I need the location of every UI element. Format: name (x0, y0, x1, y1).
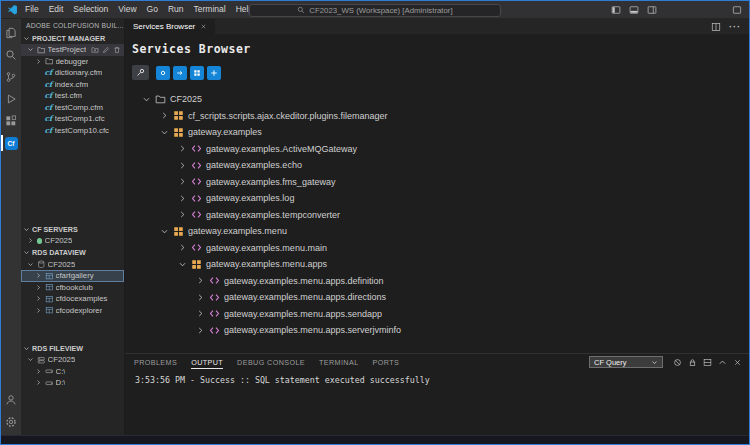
customize-layout-icon[interactable] (732, 5, 742, 15)
panel-tab-output[interactable]: OUTPUT (184, 354, 230, 370)
service-tree-label: gateway.examples.menu.apps (206, 259, 327, 269)
chevron-right-icon (35, 379, 42, 386)
new-folder-icon[interactable] (91, 46, 99, 54)
clear-output-icon[interactable] (673, 358, 682, 367)
toggle-primary-sidebar-icon[interactable] (611, 5, 621, 15)
section-project-manager[interactable]: PROJECT MANAGER (21, 32, 124, 44)
activity-extensions[interactable] (1, 110, 21, 132)
project-item-label: debugger (56, 57, 89, 66)
activity-accounts[interactable] (1, 389, 21, 411)
datasource-cfdocexamples[interactable]: cfdocexamples (21, 293, 124, 305)
section-rds-fileview[interactable]: RDS FILEVIEW (21, 342, 124, 354)
close-panel-icon[interactable] (733, 358, 742, 367)
cf-file-icon: cf (45, 104, 53, 112)
activity-run-and-debug[interactable] (1, 88, 21, 110)
section-rds-dataview[interactable]: RDS DATAVIEW (21, 247, 124, 259)
delete-project-icon[interactable] (113, 46, 121, 54)
menu-selection[interactable]: Selection (68, 1, 113, 18)
split-panel-icon[interactable] (703, 358, 712, 367)
project-item-testComp1.cfc[interactable]: cftestComp1.cfc (21, 113, 124, 125)
activity-explorer[interactable] (1, 22, 21, 44)
service-tree-item[interactable]: gateway.examples.menu.apps.serverjvminfo (132, 322, 749, 339)
panel-tab-debug-console[interactable]: DEBUG CONSOLE (230, 354, 312, 370)
maximize-panel-icon[interactable] (718, 358, 727, 367)
project-item-label: test.cfm (55, 91, 82, 100)
menu-run[interactable]: Run (163, 1, 189, 18)
toggle-panel-icon[interactable] (629, 5, 639, 15)
tab-services-browser[interactable]: Services Browser (125, 19, 215, 34)
open-service-button[interactable] (173, 66, 187, 80)
database-icon (37, 260, 46, 269)
project-row-testproject[interactable]: TestProject (21, 44, 124, 56)
services-tree: CF2025cf_scripts.scripts.ajax.ckeditor.p… (132, 91, 749, 339)
activity-source-control[interactable] (1, 66, 21, 88)
close-tab-icon[interactable] (200, 23, 207, 30)
datasource-cfcodexplorer[interactable]: cfcodexplorer (21, 305, 124, 317)
editor-tabs: Services Browser ··· (125, 19, 749, 34)
output-channel-select[interactable]: CF Query (589, 356, 663, 368)
project-item-dictionary.cfm[interactable]: cfdictionary.cfm (21, 67, 124, 79)
command-center-search[interactable]: CF2023_WS (Workspace) [Administrator] (249, 4, 501, 17)
grid-view-button[interactable] (190, 66, 204, 80)
menu-go[interactable]: Go (142, 1, 163, 18)
menu-file[interactable]: File (20, 1, 44, 18)
rds-settings-button[interactable] (132, 65, 149, 80)
account-icon (5, 394, 17, 406)
service-tree-item[interactable]: gateway.examples.menu.main (132, 240, 749, 257)
panel-tab-terminal[interactable]: TERMINAL (312, 354, 366, 370)
add-service-button[interactable] (207, 66, 221, 80)
scroll-lock-icon[interactable] (688, 358, 697, 367)
toggle-secondary-sidebar-icon[interactable] (647, 5, 657, 15)
menu-terminal[interactable]: Terminal (189, 1, 231, 18)
section-label: PROJECT MANAGER (32, 34, 105, 43)
server-row-cf2025[interactable]: CF2025 (21, 235, 124, 247)
service-tree-item[interactable]: gateway.examples.tempconverter (132, 207, 749, 224)
menu-edit[interactable]: Edit (44, 1, 69, 18)
wrench-icon (136, 68, 145, 77)
service-tree-label: cf_scripts.scripts.ajax.ckeditor.plugins… (188, 111, 388, 121)
component-icon (209, 308, 220, 319)
activity-settings[interactable] (1, 411, 21, 433)
menu-view[interactable]: View (113, 1, 141, 18)
panel-tab-problems[interactable]: PROBLEMS (127, 354, 184, 370)
chevron-right-icon (35, 272, 42, 279)
more-actions-icon[interactable]: ··· (729, 25, 741, 29)
datasource-cfartgallery[interactable]: cfartgallery (21, 270, 124, 282)
activity-search[interactable] (1, 44, 21, 66)
output-channel-value: CF Query (594, 358, 627, 367)
service-tree-item[interactable]: cf_scripts.scripts.ajax.ckeditor.plugins… (132, 108, 749, 125)
fileview-root[interactable]: CF2025 (21, 354, 124, 366)
drive-item[interactable]: D:\ (21, 377, 124, 389)
activity-coldfusion[interactable]: Cf (1, 132, 21, 154)
service-tree-item[interactable]: gateway.examples.fms_gateway (132, 174, 749, 191)
project-item-test.cfm[interactable]: cftest.cfm (21, 90, 124, 102)
dataview-root[interactable]: CF2025 (21, 259, 124, 271)
service-tree-item[interactable]: gateway.examples.log (132, 190, 749, 207)
split-editor-icon[interactable] (711, 22, 721, 32)
service-tree-item[interactable]: gateway.examples.ActiveMQGateway (132, 141, 749, 158)
project-item-testComp10.cfc[interactable]: cftestComp10.cfc (21, 125, 124, 137)
project-item-index.cfm[interactable]: cfindex.cfm (21, 79, 124, 91)
output-log[interactable]: 3:53:56 PM - Success :: SQL statement ex… (125, 370, 749, 435)
project-item-testComp.cfm[interactable]: cftestComp.cfm (21, 102, 124, 114)
service-tree-item[interactable]: gateway.examples.menu.apps.definition (132, 273, 749, 290)
cf-file-icon: cf (45, 92, 53, 100)
service-tree-item[interactable]: gateway.examples.menu (132, 223, 749, 240)
service-tree-item[interactable]: gateway.examples (132, 124, 749, 141)
section-cf-servers[interactable]: CF SERVERS (21, 223, 124, 235)
service-tree-item[interactable]: gateway.examples.menu.apps (132, 256, 749, 273)
edit-project-icon[interactable] (102, 46, 110, 54)
circle-icon (159, 69, 167, 77)
service-tree-item[interactable]: CF2025 (132, 91, 749, 108)
refresh-services-button[interactable] (156, 66, 170, 80)
service-tree-item[interactable]: gateway.examples.echo (132, 157, 749, 174)
datasource-cfbookclub[interactable]: cfbookclub (21, 282, 124, 294)
services-browser-view: Services Browser CF2025cf_scripts.script… (125, 34, 749, 353)
chevron-down-icon (160, 127, 169, 138)
drive-item[interactable]: C:\ (21, 366, 124, 378)
service-tree-item[interactable]: gateway.examples.menu.apps.sendapp (132, 306, 749, 323)
panel-tab-ports[interactable]: PORTS (366, 354, 407, 370)
project-item-debugger[interactable]: debugger (21, 56, 124, 68)
service-tree-item[interactable]: gateway.examples.menu.apps.directions (132, 289, 749, 306)
service-tree-label: gateway.examples.fms_gateway (206, 177, 335, 187)
